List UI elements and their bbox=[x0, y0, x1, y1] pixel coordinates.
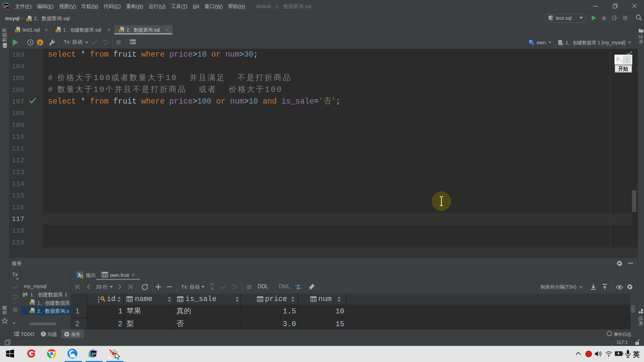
svg-text:p: p bbox=[39, 40, 41, 45]
svg-text:SQL: SQL bbox=[27, 19, 32, 21]
svg-text:SQL: SQL bbox=[56, 30, 61, 33]
svg-text:SQL: SQL bbox=[15, 30, 20, 33]
svg-text:DG: DG bbox=[92, 352, 96, 355]
svg-text:SQL: SQL bbox=[119, 30, 124, 33]
svg-text:SQL: SQL bbox=[30, 311, 35, 313]
svg-text:SQL: SQL bbox=[30, 302, 35, 305]
svg-text:DG: DG bbox=[4, 5, 8, 8]
